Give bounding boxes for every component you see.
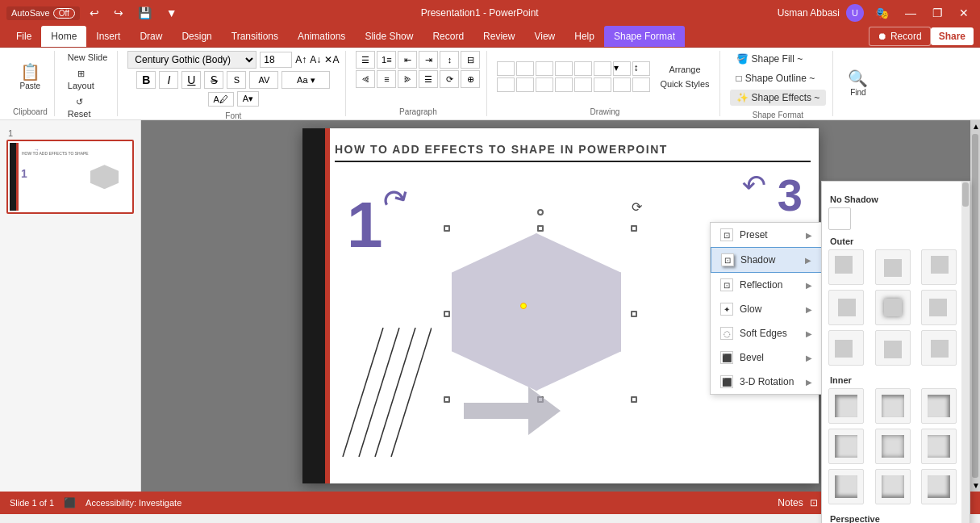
shape-fill-button[interactable]: 🪣 Shape Fill ~ (730, 51, 810, 67)
arrange-button[interactable]: Arrange (657, 63, 712, 76)
change-case-button[interactable]: Aa ▾ (281, 71, 330, 89)
shape9[interactable] (632, 77, 650, 92)
shadow-inner-2[interactable] (875, 388, 911, 424)
shape-outline-button[interactable]: □ Shape Outline ~ (730, 70, 822, 86)
reset-button[interactable]: ↺ Reset (65, 95, 94, 120)
notes-button[interactable]: Notes (778, 497, 803, 508)
sel-handle-l[interactable] (444, 311, 450, 317)
tab-design[interactable]: Design (172, 26, 221, 47)
menu-item-shadow[interactable]: ⊡ Shadow ▶ (711, 247, 822, 273)
shape-oval[interactable] (536, 61, 553, 76)
save-button[interactable]: 💾 (133, 5, 156, 21)
new-slide-button[interactable]: New Slide (65, 51, 111, 64)
shape7[interactable] (594, 77, 611, 92)
shadow-outer-4[interactable] (828, 290, 864, 325)
tab-draw[interactable]: Draw (130, 26, 172, 47)
find-button[interactable]: 🔍 Find (843, 67, 873, 100)
strikethrough-button[interactable]: S̶ (204, 71, 223, 89)
shadow-inner-8[interactable] (875, 469, 911, 504)
tab-insert[interactable]: Insert (86, 26, 130, 47)
layout-button[interactable]: ⊞ Layout (65, 67, 98, 92)
shape-line[interactable] (574, 61, 592, 76)
share-button[interactable]: Share (931, 27, 974, 45)
normal-view-button[interactable]: ⊡ (810, 497, 818, 508)
sel-handle-r[interactable] (631, 311, 637, 317)
shadow-outer-5[interactable] (875, 290, 911, 325)
shape4[interactable] (536, 77, 553, 92)
slide-thumbnail-1[interactable]: HOW TO ADD EFFECTS TO SHAPE 1 → (6, 140, 134, 214)
no-shadow-item[interactable] (828, 207, 963, 230)
menu-item-preset[interactable]: ⊡ Preset ▶ (711, 223, 822, 247)
shape2[interactable] (497, 77, 515, 92)
shadow-inner-3[interactable] (921, 388, 957, 424)
scroll-thumb[interactable] (972, 134, 978, 478)
hexagon-shape[interactable] (452, 233, 621, 391)
shape8[interactable] (613, 77, 631, 92)
tab-review[interactable]: Review (473, 26, 524, 47)
increase-font-button[interactable]: A↑ (295, 54, 307, 65)
justify-button[interactable]: ☰ (419, 70, 438, 88)
shape-rounded[interactable] (516, 61, 534, 76)
arrange-button-mini[interactable]: ↕ (632, 61, 650, 76)
highlight-color-button[interactable]: A🖊 (208, 92, 234, 107)
sel-handle-bl[interactable] (444, 396, 450, 403)
shape5[interactable] (555, 77, 573, 92)
smart-art-button[interactable]: ⊕ (461, 70, 480, 88)
shadow-outer-2[interactable] (875, 249, 911, 285)
shadow-inner-9[interactable] (921, 469, 957, 504)
undo-button[interactable]: ↩ (85, 5, 104, 21)
panel-scroll-thumb[interactable] (962, 182, 969, 207)
customize-button[interactable]: ▼ (161, 5, 182, 21)
bullets-button[interactable]: ☰ (356, 51, 375, 69)
font-color-button[interactable]: A▾ (237, 91, 259, 107)
paste-button[interactable]: 📋 Paste (15, 61, 46, 94)
tab-shapeformat[interactable]: Shape Format (604, 26, 685, 47)
italic-button[interactable]: I (159, 71, 178, 89)
align-left-button[interactable]: ⫷ (356, 70, 375, 88)
text-direction-button[interactable]: ⟳ (440, 70, 459, 88)
align-right-button[interactable]: ⫸ (398, 70, 417, 88)
scroll-up-button[interactable]: ▲ (970, 120, 980, 132)
clear-format-button[interactable]: ✕A (324, 54, 339, 65)
shape6[interactable] (574, 77, 592, 92)
shadow-outer-7[interactable] (828, 330, 864, 366)
sel-handle-br[interactable] (631, 396, 637, 403)
tab-slideshow[interactable]: Slide Show (355, 26, 423, 47)
tab-home[interactable]: Home (41, 26, 86, 47)
columns-button[interactable]: ⊟ (461, 51, 480, 69)
shadow-outer-6[interactable] (921, 290, 957, 325)
tab-file[interactable]: File (6, 26, 41, 47)
tab-animations[interactable]: Animations (288, 26, 355, 47)
menu-item-3d-rotation[interactable]: ⬛ 3-D Rotation ▶ (711, 370, 822, 394)
shadow-inner-5[interactable] (875, 429, 911, 464)
line-spacing-button[interactable]: ↕ (440, 51, 459, 69)
numbering-button[interactable]: 1≡ (377, 51, 396, 69)
shape-triangle[interactable] (555, 61, 573, 76)
scroll-down-button[interactable]: ▼ (970, 479, 980, 492)
minimize-button[interactable]: — (900, 5, 921, 21)
indent-left-button[interactable]: ⇤ (398, 51, 417, 69)
font-name-select[interactable]: Century Gothic (Body) (127, 51, 256, 69)
shadow-inner-6[interactable] (921, 429, 957, 464)
underline-button[interactable]: U (181, 71, 201, 89)
align-center-button[interactable]: ≡ (377, 70, 396, 88)
shadow-inner-7[interactable] (828, 469, 864, 504)
tab-record[interactable]: Record (423, 26, 473, 47)
sel-handle-tl[interactable] (444, 225, 450, 232)
shadow-inner-1[interactable] (828, 388, 864, 424)
restore-button[interactable]: ❐ (928, 5, 948, 21)
menu-item-soft-edges[interactable]: ◌ Soft Edges ▶ (711, 321, 822, 345)
shadow-text-button[interactable]: S (227, 71, 246, 89)
menu-item-reflection[interactable]: ⊡ Reflection ▶ (711, 273, 822, 297)
menu-item-bevel[interactable]: ⬛ Bevel ▶ (711, 345, 822, 370)
adjust-handle[interactable] (520, 303, 527, 309)
tab-transitions[interactable]: Transitions (222, 26, 288, 47)
tab-view[interactable]: View (524, 26, 565, 47)
shadow-inner-4[interactable] (828, 429, 864, 464)
shape-more[interactable]: ▾ (613, 61, 631, 76)
bold-button[interactable]: B (136, 71, 156, 89)
shadow-outer-3[interactable] (921, 249, 957, 285)
vertical-scrollbar[interactable]: ▲ ▼ (970, 120, 980, 492)
fit-slide-button[interactable]: ⬛ (64, 497, 76, 508)
redo-button[interactable]: ↪ (109, 5, 128, 21)
